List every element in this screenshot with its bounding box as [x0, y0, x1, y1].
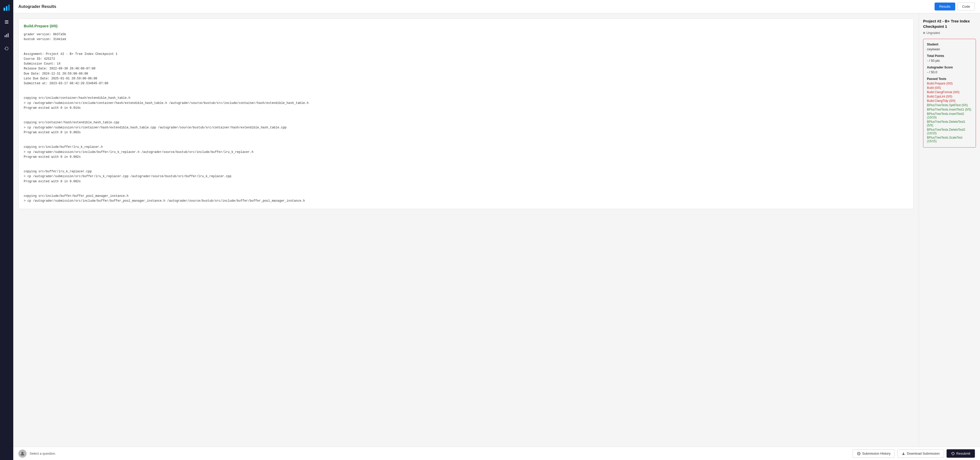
bottom-left: Select a question.	[18, 449, 56, 458]
test-item: BPlusTreeTests.DeleteTest2 (10/10)	[927, 128, 972, 135]
total-points-label: Total Points	[927, 54, 972, 58]
test-item: BPlusTreeTests.InsertTest2 (10/10)	[927, 112, 972, 119]
total-points-value: - / 50 pts	[927, 59, 972, 62]
resubmit-label: Resubmit	[956, 452, 970, 455]
test-item: Build.ClangTidy (0/0)	[927, 99, 972, 103]
svg-point-9	[21, 452, 24, 454]
log-content: grader version: 0b37a5b bustub version: …	[24, 32, 908, 204]
content-area: Build.Prepare (0/0) grader version: 0b37…	[13, 13, 980, 447]
results-button[interactable]: Results	[935, 3, 955, 11]
test-item: Build.Prepare (0/0)	[927, 82, 972, 85]
app-logo	[2, 3, 11, 12]
menu-icon[interactable]	[2, 18, 11, 27]
svg-rect-6	[5, 35, 6, 37]
avatar	[18, 449, 27, 458]
download-submission-label: Download Submission	[907, 452, 940, 455]
passed-tests-list: Build.Prepare (0/0)Build (0/0)Build.Clan…	[927, 82, 972, 143]
test-item: BPlusTreeTests.ScaleTest (15/15)	[927, 136, 972, 143]
topbar: Autograder Results Results Code	[13, 0, 980, 13]
sidebar-left	[0, 0, 13, 460]
page-title: Autograder Results	[18, 4, 56, 9]
test-item: Build.ClangFormat (0/0)	[927, 91, 972, 94]
passed-tests-label: Passed Tests	[927, 77, 972, 81]
svg-rect-1	[6, 6, 7, 11]
svg-rect-3	[5, 21, 8, 21]
student-label: Student	[927, 43, 972, 46]
autograder-score-label: Autograder Score	[927, 65, 972, 69]
student-value: ceyewan	[927, 47, 972, 51]
test-item: Build.CppLint (0/0)	[927, 95, 972, 98]
svg-rect-2	[8, 5, 10, 11]
submission-history-label: Submission History	[862, 452, 891, 455]
ungraded-dot	[923, 32, 925, 34]
project-title: Project #2 - B+ Tree Index Checkpoint 1	[923, 18, 976, 29]
topbar-buttons: Results Code	[935, 3, 975, 11]
log-box: Build.Prepare (0/0) grader version: 0b37…	[18, 18, 914, 209]
test-item: BPlusTreeTests.InsertTest1 (5/5)	[927, 108, 972, 111]
status-label: Ungraded	[926, 31, 940, 35]
autograder-score-value: - / 50.0	[927, 70, 972, 74]
svg-rect-8	[8, 33, 9, 37]
download-submission-button[interactable]: Download Submission	[897, 449, 944, 458]
svg-rect-0	[3, 8, 5, 11]
dashboard-icon[interactable]	[2, 31, 11, 40]
right-sidebar: Project #2 - B+ Tree Index Checkpoint 1 …	[919, 13, 980, 447]
test-item: Build (0/0)	[927, 86, 972, 89]
svg-rect-4	[5, 22, 8, 22]
status-badge: Ungraded	[923, 31, 940, 35]
svg-rect-7	[6, 34, 7, 37]
submission-history-button[interactable]: Submission History	[853, 449, 895, 458]
bottom-bar: Select a question. Submission History Do…	[13, 447, 980, 460]
info-box: Student ceyewan Total Points - / 50 pts …	[923, 39, 976, 148]
section-title: Build.Prepare (0/0)	[24, 24, 908, 28]
main-area: Autograder Results Results Code Build.Pr…	[13, 0, 980, 460]
svg-rect-5	[5, 23, 8, 24]
bottom-buttons: Submission History Download Submission R…	[853, 449, 975, 458]
test-item: BPlusTreeTests.DeleteTest1 (5/5)	[927, 120, 972, 127]
question-prompt: Select a question.	[30, 452, 56, 455]
refresh-icon[interactable]	[2, 44, 11, 53]
code-button[interactable]: Code	[957, 3, 975, 11]
resubmit-button[interactable]: Resubmit	[947, 449, 975, 458]
test-item: BPlusTreeTests.SplitTest (5/5)	[927, 103, 972, 107]
log-panel: Build.Prepare (0/0) grader version: 0b37…	[13, 13, 919, 447]
